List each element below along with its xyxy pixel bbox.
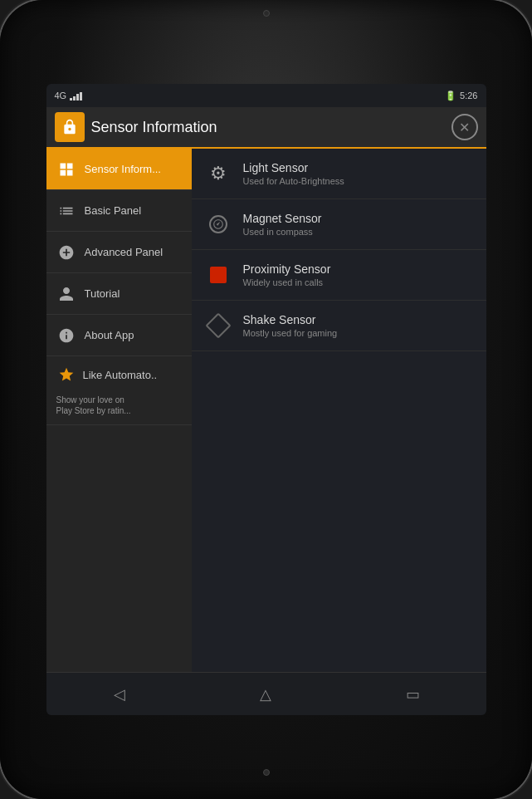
- plus-circle-icon: [58, 244, 75, 261]
- sensor-item-shake[interactable]: Shake Sensor Mostly used for gaming: [192, 301, 486, 351]
- sidebar-label-advanced-panel: Advanced Panel: [85, 246, 164, 258]
- recent-apps-button[interactable]: ▭: [392, 678, 433, 711]
- sidebar-icon-basic-panel: [56, 201, 76, 221]
- sensor-icon-wrap-shake: [205, 312, 232, 339]
- signal-bar-2: [73, 96, 76, 100]
- signal-type: 4G: [55, 91, 67, 100]
- camera-dot: [263, 10, 270, 17]
- sensor-name-proximity: Proximity Sensor: [243, 262, 473, 276]
- grid-icon: [58, 161, 75, 178]
- sensor-name-shake: Shake Sensor: [243, 313, 473, 326]
- like-sub-text: Show your love onPlay Store by ratin...: [56, 395, 131, 416]
- sensor-name-light: Light Sensor: [243, 161, 473, 174]
- info-icon: [58, 327, 75, 344]
- sidebar-item-sensor-info[interactable]: Sensor Inform...: [46, 149, 192, 190]
- lock-icon: [61, 119, 78, 135]
- sidebar-item-basic-panel[interactable]: Basic Panel: [46, 190, 192, 232]
- home-dot: [263, 769, 270, 776]
- status-right: 🔋 5:26: [445, 91, 477, 101]
- close-button[interactable]: ✕: [451, 114, 478, 140]
- app-bar-title: Sensor Information: [91, 119, 445, 136]
- sidebar-item-advanced-panel[interactable]: Advanced Panel: [46, 232, 192, 273]
- sidebar-icon-about-app: [56, 326, 76, 346]
- sensor-info-magnet: Magnet Sensor Used in compass: [243, 212, 473, 237]
- main-panel: ⚙ Light Sensor Used for Auto-Brightness: [192, 149, 486, 672]
- sensor-info-light: Light Sensor Used for Auto-Brightness: [243, 161, 473, 186]
- sidebar-icon-sensor-info: [56, 159, 76, 179]
- sidebar: Sensor Inform... Basic Panel: [46, 149, 192, 672]
- signal-bar-4: [80, 92, 82, 100]
- content-area: Sensor Inform... Basic Panel: [46, 149, 486, 672]
- app-bar-logo: [55, 112, 85, 142]
- status-left: 4G: [55, 91, 83, 100]
- sensor-desc-light: Used for Auto-Brightness: [243, 176, 473, 186]
- list-icon: [58, 203, 75, 219]
- sidebar-label-tutorial: Tutorial: [85, 287, 120, 300]
- red-square-icon-proximity: [210, 267, 227, 283]
- sensor-icon-wrap-light: ⚙: [205, 160, 232, 187]
- recent-icon: ▭: [406, 685, 420, 703]
- sidebar-label-sensor-info: Sensor Inform...: [85, 163, 161, 175]
- sidebar-label-basic-panel: Basic Panel: [85, 204, 142, 217]
- sensor-name-magnet: Magnet Sensor: [243, 212, 473, 225]
- sensor-info-shake: Shake Sensor Mostly used for gaming: [243, 313, 473, 338]
- signal-bars: [70, 91, 82, 100]
- sidebar-label-about-app: About App: [85, 329, 134, 341]
- home-button[interactable]: △: [245, 678, 286, 711]
- sensor-item-magnet[interactable]: Magnet Sensor Used in compass: [192, 199, 486, 250]
- sidebar-item-like[interactable]: Like Automato.. Show your love onPlay St…: [46, 356, 192, 425]
- battery-icon: 🔋: [445, 91, 456, 101]
- sidebar-item-tutorial[interactable]: Tutorial: [46, 273, 192, 315]
- sensor-icon-wrap-magnet: [205, 211, 232, 238]
- sensor-info-proximity: Proximity Sensor Widely used in calls: [243, 262, 473, 287]
- sensor-icon-wrap-proximity: [205, 262, 232, 288]
- sensor-item-proximity[interactable]: Proximity Sensor Widely used in calls: [192, 250, 486, 301]
- compass-svg: [212, 218, 224, 230]
- status-bar: 4G 🔋 5:26: [46, 84, 486, 107]
- signal-bar-3: [76, 94, 79, 100]
- back-button[interactable]: ◁: [99, 678, 140, 711]
- device-frame: 4G 🔋 5:26 Sensor Information: [0, 0, 532, 799]
- sidebar-icon-advanced-panel: [56, 243, 76, 262]
- person-icon: [58, 286, 75, 302]
- signal-bar-1: [70, 98, 72, 100]
- back-icon: ◁: [114, 685, 125, 703]
- sensor-desc-magnet: Used in compass: [243, 227, 473, 237]
- time-display: 5:26: [460, 91, 477, 100]
- bottom-nav: ◁ △ ▭: [46, 672, 486, 715]
- gear-icon-light: ⚙: [210, 163, 227, 184]
- app-bar: Sensor Information ✕: [46, 107, 486, 149]
- diamond-icon-shake: [205, 312, 231, 338]
- close-icon: ✕: [459, 120, 470, 135]
- star-svg: [58, 366, 75, 383]
- star-icon: [56, 365, 76, 385]
- sensor-item-light[interactable]: ⚙ Light Sensor Used for Auto-Brightness: [192, 149, 486, 199]
- sidebar-item-about-app[interactable]: About App: [46, 315, 192, 356]
- home-icon: △: [260, 685, 271, 703]
- sidebar-icon-tutorial: [56, 284, 76, 304]
- sensor-desc-proximity: Widely used in calls: [243, 277, 473, 287]
- like-top: Like Automato..: [56, 365, 158, 385]
- compass-icon-magnet: [209, 215, 227, 233]
- screen: 4G 🔋 5:26 Sensor Information: [46, 84, 486, 715]
- sidebar-label-like: Like Automato..: [83, 369, 158, 381]
- sensor-desc-shake: Mostly used for gaming: [243, 328, 473, 338]
